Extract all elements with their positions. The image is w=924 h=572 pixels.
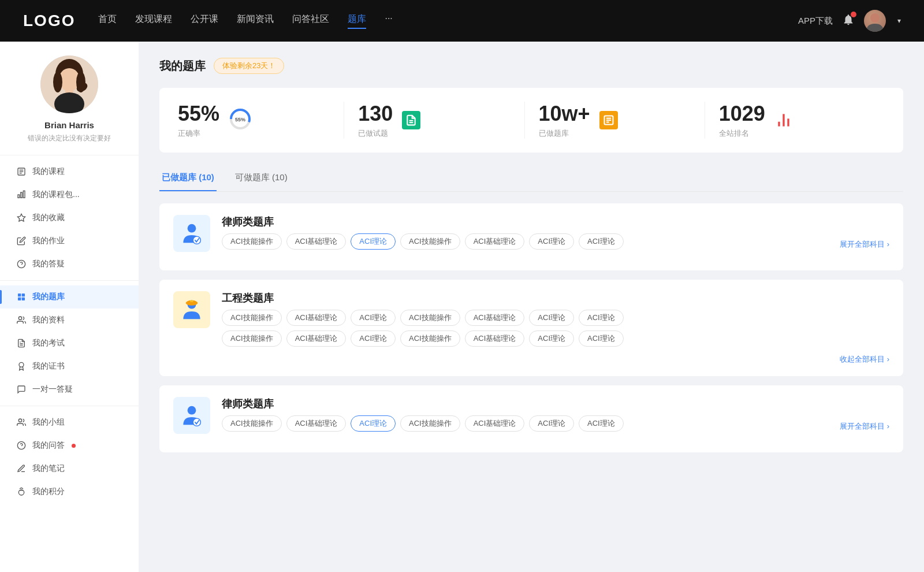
avatar[interactable]: [864, 10, 886, 32]
svg-rect-19: [18, 294, 21, 296]
tag[interactable]: ACI基础理论: [465, 330, 525, 347]
sidebar-item-favorites[interactable]: 我的收藏: [0, 206, 139, 229]
logo: LOGO: [23, 12, 75, 30]
profile-name: Brian Harris: [12, 120, 127, 130]
tag[interactable]: ACI技能操作: [400, 330, 460, 347]
app-download-button[interactable]: APP下载: [798, 16, 833, 27]
nav-news[interactable]: 新闻资讯: [237, 13, 274, 29]
stats-card: 55% 正确率 55% 130 已做试题: [159, 88, 903, 153]
collapse-link-2[interactable]: 收起全部科目 ›: [840, 355, 889, 363]
nav-open-course[interactable]: 公开课: [191, 13, 218, 29]
nav-home[interactable]: 首页: [98, 13, 117, 29]
tag[interactable]: ACI技能操作: [400, 233, 460, 250]
tag[interactable]: ACI技能操作: [222, 330, 282, 347]
doc-icon: [16, 338, 27, 348]
accuracy-pie-icon: 55%: [229, 107, 252, 133]
tag[interactable]: ACI基础理论: [286, 310, 346, 326]
tag[interactable]: ACI理论: [579, 310, 624, 326]
bank-2-tags-row2: ACI技能操作 ACI基础理论 ACI理论 ACI技能操作 ACI基础理论 AC…: [222, 330, 889, 347]
tag[interactable]: ACI基础理论: [286, 233, 346, 250]
notification-badge: [851, 12, 856, 17]
svg-rect-48: [190, 300, 193, 302]
tag[interactable]: ACI技能操作: [400, 310, 460, 326]
sidebar-item-qa[interactable]: 我的答疑: [0, 252, 139, 276]
tag[interactable]: ACI基础理论: [286, 415, 346, 432]
sidebar-label-myqa: 我的问答: [32, 440, 65, 451]
sidebar-item-notes[interactable]: 我的笔记: [0, 457, 139, 480]
svg-point-26: [19, 362, 24, 367]
sidebar-label-favorites: 我的收藏: [32, 213, 65, 223]
sidebar-label-question-bank: 我的题库: [32, 292, 65, 302]
tag[interactable]: ACI理论: [351, 310, 396, 326]
sidebar-item-certificate[interactable]: 我的证书: [0, 355, 139, 378]
nav-discover[interactable]: 发现课程: [135, 13, 172, 29]
stat-rank-label: 全站排名: [719, 128, 765, 139]
tag[interactable]: ACI技能操作: [222, 310, 282, 326]
main-content: 我的题库 体验剩余23天！ 55% 正确率 55%: [139, 42, 924, 572]
tag[interactable]: ACI基础理论: [465, 415, 525, 432]
sidebar-label-one-on-one: 一对一答疑: [32, 384, 73, 395]
tag-selected[interactable]: ACI理论: [351, 233, 396, 250]
bank-card-3-header: 律师类题库 ACI技能操作 ACI基础理论 ACI理论 ACI技能操作 ACI基…: [173, 397, 889, 434]
tag-selected[interactable]: ACI理论: [351, 415, 396, 432]
bank-card-engineering: 工程类题库 ACI技能操作 ACI基础理论 ACI理论 ACI技能操作 ACI基…: [159, 280, 903, 376]
tag[interactable]: ACI基础理论: [286, 330, 346, 347]
cert-icon: [16, 361, 27, 372]
notification-bell[interactable]: [842, 13, 855, 28]
tag[interactable]: ACI理论: [579, 233, 624, 250]
svg-rect-21: [18, 298, 21, 300]
sidebar-item-points[interactable]: 我的积分: [0, 480, 139, 503]
expand-link-3[interactable]: 展开全部科目 ›: [840, 421, 889, 432]
tag[interactable]: ACI基础理论: [465, 233, 525, 250]
sidebar-item-homework[interactable]: 我的作业: [0, 229, 139, 252]
tag[interactable]: ACI基础理论: [465, 310, 525, 326]
stat-done-banks: 10w+ 已做题库: [525, 102, 705, 139]
tag[interactable]: ACI理论: [529, 233, 574, 250]
profile-desc: 错误的决定比没有决定要好: [12, 133, 127, 143]
nav-qa[interactable]: 问答社区: [292, 13, 329, 29]
sidebar-item-question-bank[interactable]: 我的题库: [0, 285, 139, 309]
expand-link-1[interactable]: 展开全部科目 ›: [840, 239, 889, 250]
tab-available[interactable]: 可做题库 (10): [233, 166, 290, 191]
bank-card-2-header: 工程类题库 ACI技能操作 ACI基础理论 ACI理论 ACI技能操作 ACI基…: [173, 291, 889, 347]
nav-more[interactable]: ···: [385, 13, 392, 29]
tag[interactable]: ACI理论: [529, 415, 574, 432]
nav-question-bank[interactable]: 题库: [348, 13, 366, 29]
bank-3-tags: ACI技能操作 ACI基础理论 ACI理论 ACI技能操作 ACI基础理论 AC…: [222, 415, 624, 432]
svg-point-4: [53, 72, 62, 92]
sidebar-label-homework: 我的作业: [32, 236, 65, 246]
tab-done[interactable]: 已做题库 (10): [159, 166, 217, 191]
star-icon: [16, 213, 27, 223]
avatar-dropdown-icon[interactable]: ▾: [897, 17, 901, 25]
trial-badge: 体验剩余23天！: [214, 58, 284, 74]
svg-rect-20: [22, 294, 25, 296]
tag[interactable]: ACI技能操作: [222, 415, 282, 432]
sidebar-label-qa: 我的答疑: [32, 259, 65, 269]
chat-icon: [16, 384, 27, 395]
sidebar-item-profile[interactable]: 我的资料: [0, 309, 139, 332]
stat-rank-content: 1029 全站排名: [719, 102, 765, 139]
sidebar-item-myqa[interactable]: 我的问答: [0, 434, 139, 457]
svg-point-30: [18, 490, 24, 495]
stat-rank-value: 1029: [719, 102, 765, 126]
tag[interactable]: ACI理论: [579, 415, 624, 432]
sidebar-item-course-package[interactable]: 我的课程包...: [0, 183, 139, 206]
done-questions-icon: [402, 111, 420, 129]
sidebar-item-exam[interactable]: 我的考试: [0, 332, 139, 355]
tag[interactable]: ACI技能操作: [222, 233, 282, 250]
tag[interactable]: ACI理论: [351, 330, 396, 347]
orange-doc-icon: [599, 111, 618, 129]
tabs-row: 已做题库 (10) 可做题库 (10): [159, 166, 903, 192]
svg-point-0: [870, 13, 880, 23]
tag[interactable]: ACI理论: [529, 310, 574, 326]
bank-2-content: 工程类题库 ACI技能操作 ACI基础理论 ACI理论 ACI技能操作 ACI基…: [222, 291, 889, 347]
bank-3-title: 律师类题库: [222, 397, 889, 411]
sidebar-item-mycourse[interactable]: 我的课程: [0, 160, 139, 183]
sidebar-item-group[interactable]: 我的小组: [0, 411, 139, 434]
sidebar-label-group: 我的小组: [32, 417, 65, 428]
tag[interactable]: ACI理论: [529, 330, 574, 347]
bank-1-title: 律师类题库: [222, 215, 889, 229]
tag[interactable]: ACI技能操作: [400, 415, 460, 432]
sidebar-item-one-on-one[interactable]: 一对一答疑: [0, 378, 139, 401]
tag[interactable]: ACI理论: [579, 330, 624, 347]
